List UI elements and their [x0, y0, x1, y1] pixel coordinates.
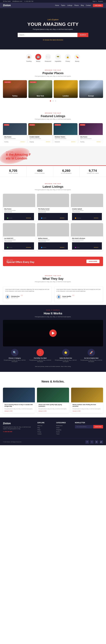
- featured-card-1[interactable]: Trending City France Type of food and lo…: [3, 123, 27, 143]
- dot-inactive2[interactable]: [55, 100, 56, 102]
- featured-meta-4: Type of food and location: [80, 138, 102, 139]
- nav-listings[interactable]: Listings: [67, 4, 72, 6]
- latest-img-4: [3, 223, 35, 236]
- footer-brand: 2iston Find great places to stay, eat, s…: [3, 422, 34, 435]
- latest-body-2: The Pastry Corner Type of food and locat…: [37, 207, 69, 221]
- place-turkey[interactable]: FEATURED Turkey: [3, 80, 27, 98]
- register-link[interactable]: Register: [98, 0, 103, 2]
- news-grid: Top 8 Amazing Places to Stay in Canada w…: [3, 388, 103, 413]
- search-button[interactable]: SEARCH: [77, 33, 88, 37]
- category-beauty2[interactable]: 💊 Beauty: [74, 54, 80, 62]
- how-title: How It Works: [3, 312, 103, 315]
- featured-card-2[interactable]: Shopping Creative Splash Type of food an…: [28, 123, 52, 143]
- footer-link-faqs[interactable]: FAQs: [37, 429, 53, 430]
- footer-link-shopping[interactable]: Shopping: [56, 429, 72, 430]
- footer-link-pricing[interactable]: Pricing: [37, 431, 53, 432]
- testimonials-grid: Lorem ipsum dolor sit amet, consectetur …: [3, 286, 103, 302]
- latest-card-1[interactable]: City France Type of food and location +3…: [3, 194, 35, 221]
- latest-title-6: Ritz Hotel in Brotoyo: [72, 238, 102, 239]
- news-card-1[interactable]: Top 8 Amazing Places to Stay in Canada w…: [3, 388, 35, 413]
- latest-address-6: Type of food and location: [72, 240, 102, 240]
- latest-title-2: The Pastry Corner: [38, 208, 68, 210]
- cat-label-4: Country: [9, 247, 12, 248]
- latest-title-4: Leo Hotel NYC: [4, 238, 34, 239]
- place-newyork[interactable]: FEATURED New York: [28, 80, 52, 98]
- latest-title-1: City France: [4, 208, 34, 210]
- category-traveling[interactable]: 🏨 Traveling: [26, 54, 32, 62]
- footer-link-restaurants[interactable]: Restaurants: [56, 425, 72, 426]
- play-triangle-icon: [52, 332, 55, 335]
- featured-card-3[interactable]: Restaurant Rainbow Towers Type of food a…: [54, 123, 77, 143]
- latest-cat-6: Hotels: [75, 247, 80, 248]
- cat-label-1: Country: [9, 218, 12, 218]
- featured-img-4: Trending: [79, 123, 103, 135]
- news-card-2[interactable]: Attract and retain quality high paying c…: [37, 388, 69, 413]
- latest-card-5[interactable]: Mellow Heaven Type of food and location …: [37, 223, 69, 251]
- featured-body-4: City France Type of food and location: [79, 135, 103, 140]
- cat-dot-1: [7, 218, 8, 219]
- cat-dot-5: [41, 247, 42, 248]
- dot-active[interactable]: [50, 100, 51, 102]
- latest-card-2[interactable]: The Pastry Corner Type of food and locat…: [37, 194, 69, 221]
- footer-link-events[interactable]: Events: [56, 431, 72, 432]
- place-europe[interactable]: Europe: [79, 80, 103, 98]
- how-tag: HOW IT WORKS: [3, 309, 103, 311]
- place-london[interactable]: London: [54, 80, 78, 98]
- social-facebook[interactable]: f: [85, 440, 89, 444]
- food-title: it the Amazing F ets in London: [6, 153, 31, 160]
- hero-subtitle: Let's Explore: [48, 18, 59, 21]
- social-googleplus[interactable]: g+: [100, 440, 103, 444]
- footer-link-blog[interactable]: Blog: [37, 427, 53, 428]
- footer-link-travel[interactable]: Travel: [56, 433, 72, 434]
- stat-cities-label: CITIES COVERED: [28, 173, 51, 174]
- place-label: New York: [28, 95, 52, 97]
- featured-body-1: City France Type of food and location: [3, 135, 27, 140]
- news-img-2: [37, 388, 69, 402]
- latest-phone-6: +34 000 000 000: [72, 241, 102, 242]
- category-privacy[interactable]: 🔒 Privacy: [65, 54, 71, 62]
- stat-members-label: ACTIVE MEMBERS: [55, 173, 78, 174]
- newsletter-subscribe-button[interactable]: SUBSCRIBE: [93, 425, 103, 428]
- brand-logo[interactable]: 2iston: [3, 4, 11, 7]
- featured-desc: Find great places to stay, eat, shop, or…: [22, 118, 84, 120]
- stat-users-label: CONNECTED USERS: [81, 173, 105, 174]
- latest-phone-3: +34 000 000 000: [72, 211, 102, 212]
- social-linkedin[interactable]: in: [95, 440, 98, 444]
- latest-footer-6: Hotels ★★★★☆: [72, 242, 102, 250]
- dot-inactive[interactable]: [53, 100, 54, 102]
- show-more-button[interactable]: SHOW MORE: [86, 260, 100, 263]
- add-listing-button[interactable]: Add Listing: [93, 4, 103, 7]
- featured-img-2: Shopping: [28, 123, 52, 135]
- footer-link-about[interactable]: About Us: [37, 425, 53, 426]
- cat-label-6: Hotels: [77, 247, 80, 248]
- latest-card-4[interactable]: Leo Hotel NYC Type of food and location …: [3, 223, 35, 251]
- nav-topics[interactable]: Topics: [61, 4, 65, 6]
- nav-blog[interactable]: Blog: [81, 4, 84, 6]
- latest-card-6[interactable]: Ritz Hotel in Brotoyo Type of food and l…: [71, 223, 103, 251]
- latest-body-4: Leo Hotel NYC Type of food and location …: [3, 236, 35, 251]
- newsletter-form: SUBSCRIBE: [75, 425, 103, 428]
- popular-places-title: Popular Places: [6, 72, 100, 75]
- nav-places[interactable]: Places: [74, 4, 79, 6]
- top-bar-address: 30 Rue Saint: [3, 0, 10, 2]
- play-button[interactable]: [49, 330, 57, 337]
- category-restaurant[interactable]: 🍽️ Restaurant: [45, 54, 51, 62]
- popular-places-tag: BROWSE THE MAP: [6, 70, 100, 71]
- footer: 2iston Find great places to stay, eat, s…: [0, 418, 106, 445]
- testimonials-section: BROWSE THE MAP What They Say Find great …: [0, 269, 106, 305]
- nav-contact[interactable]: Contact: [86, 4, 91, 6]
- footer-link-contact[interactable]: Contact: [37, 433, 53, 434]
- latest-card-3[interactable]: Creative Splash Type of food and locatio…: [71, 194, 103, 221]
- signin-link[interactable]: Sign In: [93, 0, 97, 2]
- social-twitter[interactable]: t: [90, 440, 94, 444]
- newsletter-email-input[interactable]: [75, 425, 93, 428]
- search-input[interactable]: [18, 33, 77, 37]
- footer-copyright: © 2020 Biston. All Rights Reserved.: [3, 441, 22, 442]
- news-card-3[interactable]: Money markets rates finding the best acc…: [71, 388, 103, 413]
- category-vegetables[interactable]: 🥗 Vegetables: [55, 54, 61, 62]
- category-beauty[interactable]: 🏥 Beauty: [35, 54, 41, 62]
- nav-home[interactable]: Home: [55, 4, 59, 6]
- stat-cities-num: 480: [28, 169, 51, 173]
- footer-link-hotels[interactable]: Hotels: [56, 427, 72, 428]
- featured-card-4[interactable]: Trending City France Type of food and lo…: [79, 123, 103, 143]
